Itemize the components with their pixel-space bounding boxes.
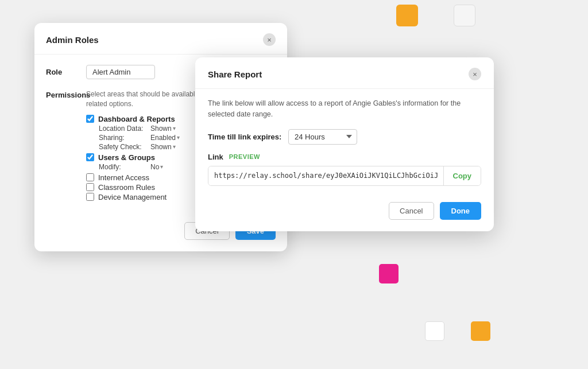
device-management-checkbox[interactable] <box>86 193 94 201</box>
share-report-dialog: Share Report × The link below will allow… <box>195 57 494 231</box>
dashboard-checkbox[interactable] <box>86 115 94 123</box>
time-expires-row: Time till link expires: 24 Hours 1 Hour … <box>208 129 481 145</box>
classroom-rules-label: Classroom Rules <box>98 183 155 192</box>
location-data-label: Location Data: <box>99 125 150 133</box>
link-label: Link <box>208 153 223 161</box>
link-url-input[interactable] <box>208 166 443 185</box>
admin-roles-title: Admin Roles <box>46 35 99 45</box>
share-done-button[interactable]: Done <box>440 202 482 220</box>
deco-square-3 <box>379 264 399 283</box>
share-report-footer: Cancel Done <box>195 202 494 220</box>
copy-button[interactable]: Copy <box>443 166 481 185</box>
share-report-body: The link below will allow access to a re… <box>195 89 494 202</box>
role-value: Alert Admin <box>86 65 155 79</box>
deco-square-4 <box>425 321 444 341</box>
share-report-close-button[interactable]: × <box>469 68 481 80</box>
share-report-desc: The link below will allow access to a re… <box>208 98 481 120</box>
preview-badge: PREVIEW <box>229 153 260 160</box>
time-expires-label: Time till link expires: <box>208 133 288 141</box>
modify-dropdown[interactable]: No <box>150 163 163 171</box>
deco-square-1 <box>396 5 418 26</box>
admin-roles-header: Admin Roles × <box>34 23 287 55</box>
sharing-label: Sharing: <box>99 134 150 142</box>
users-label: Users & Groups <box>98 153 155 162</box>
location-data-dropdown[interactable]: Shown <box>150 125 176 133</box>
safety-check-label: Safety Check: <box>99 143 150 151</box>
classroom-rules-checkbox[interactable] <box>86 183 94 191</box>
time-expires-select[interactable]: 24 Hours 1 Hour 48 Hours 7 Days <box>288 129 357 145</box>
deco-square-2 <box>454 5 475 26</box>
internet-access-checkbox[interactable] <box>86 173 94 181</box>
admin-roles-close-button[interactable]: × <box>263 33 276 46</box>
sharing-dropdown[interactable]: Enabled <box>150 134 180 142</box>
safety-check-dropdown[interactable]: Shown <box>150 143 176 151</box>
share-report-title: Share Report <box>208 69 262 79</box>
device-management-label: Device Management <box>98 193 167 201</box>
link-label-row: Link PREVIEW <box>208 153 481 161</box>
permissions-label: Permissions <box>46 90 86 99</box>
users-checkbox[interactable] <box>86 153 94 161</box>
dashboard-label: Dashboard & Reports <box>98 115 175 123</box>
deco-square-5 <box>471 321 490 341</box>
share-cancel-button[interactable]: Cancel <box>389 202 434 220</box>
link-input-row: Copy <box>208 166 481 186</box>
role-label: Role <box>46 68 86 76</box>
internet-access-label: Internet Access <box>98 173 149 182</box>
share-report-header: Share Report × <box>195 57 494 89</box>
modify-label: Modify: <box>99 163 150 171</box>
